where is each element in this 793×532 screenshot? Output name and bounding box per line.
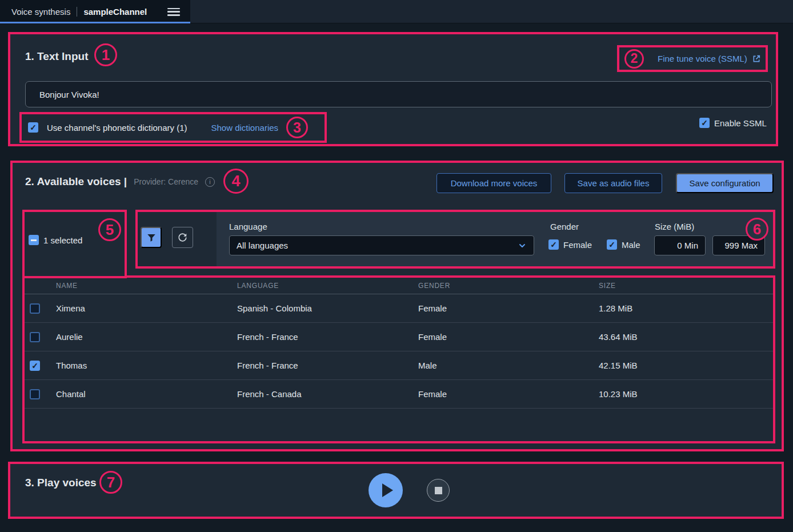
phonetic-dictionary-label: Use channel's phonetic dictionary (1) xyxy=(47,123,187,133)
filter-bar-annotation-box: Language All languages Gender Female Mal… xyxy=(135,210,775,269)
enable-ssml-label: Enable SSML xyxy=(714,118,767,128)
channel-tab[interactable]: Voice synthesis sampleChannel xyxy=(0,0,190,23)
funnel-icon xyxy=(146,233,157,243)
voice-gender-cell: Female xyxy=(418,332,599,342)
text-input[interactable] xyxy=(25,81,772,107)
female-checkbox[interactable] xyxy=(548,239,559,250)
voice-name-cell: Aurelie xyxy=(56,332,237,342)
female-filter-row: Female xyxy=(548,239,592,250)
header-name: NAME xyxy=(56,282,237,290)
table-row[interactable]: Aurelie French - France Female 43.64 MiB xyxy=(25,323,773,351)
section2-title-row: 2. Available voices | Provider: Cerence xyxy=(25,175,215,188)
language-label: Language xyxy=(229,222,267,231)
refresh-button[interactable] xyxy=(172,227,193,248)
refresh-icon xyxy=(177,232,188,243)
male-filter-row: Male xyxy=(607,239,640,250)
title-divider xyxy=(77,7,77,17)
save-as-audio-files-button[interactable]: Save as audio files xyxy=(564,173,662,193)
voices-table-body: Ximena Spanish - Colombia Female 1.28 Mi… xyxy=(25,294,773,409)
header-language: LANGUAGE xyxy=(237,282,418,290)
language-select[interactable]: All languages xyxy=(229,235,534,255)
table-row[interactable]: Ximena Spanish - Colombia Female 1.28 Mi… xyxy=(25,294,773,323)
stop-icon xyxy=(435,487,442,494)
play-button[interactable] xyxy=(369,473,403,507)
enable-ssml-checkbox[interactable] xyxy=(699,118,710,128)
size-min-input[interactable] xyxy=(654,235,706,255)
gender-label: Gender xyxy=(550,222,579,231)
table-row[interactable]: Thomas French - France Male 42.15 MiB xyxy=(25,351,773,380)
voice-size-cell: 1.28 MiB xyxy=(599,303,773,313)
voice-size-cell: 43.64 MiB xyxy=(599,332,773,342)
filter-button[interactable] xyxy=(141,227,162,248)
annotation-5: 5 xyxy=(98,218,121,241)
play-icon xyxy=(382,483,393,497)
annotation-3: 3 xyxy=(286,117,308,138)
fine-tune-ssml-link[interactable]: Fine tune voice (SSML) xyxy=(658,54,761,63)
annotation-7: 7 xyxy=(99,471,122,494)
channel-name: sampleChannel xyxy=(83,7,147,17)
annotation-6: 6 xyxy=(746,218,768,241)
voice-language-cell: French - France xyxy=(237,361,418,370)
enable-ssml-row: Enable SSML xyxy=(699,118,767,128)
row-checkbox[interactable] xyxy=(30,332,40,342)
size-label: Size (MiB) xyxy=(655,222,694,231)
table-row[interactable]: Chantal French - Canada Female 10.23 MiB xyxy=(25,380,773,409)
select-all-checkbox[interactable] xyxy=(29,235,39,245)
voice-language-cell: French - Canada xyxy=(237,389,418,399)
show-dictionaries-link[interactable]: Show dictionaries xyxy=(211,123,279,133)
male-checkbox[interactable] xyxy=(607,239,617,250)
text-input-section: 1. Text Input 1 2 Fine tune voice (SSML)… xyxy=(8,32,778,146)
voice-name-cell: Thomas xyxy=(56,361,237,370)
voice-language-cell: Spanish - Colombia xyxy=(237,303,418,313)
voice-name-cell: Chantal xyxy=(56,389,237,399)
voice-gender-cell: Male xyxy=(418,361,599,370)
voice-gender-cell: Female xyxy=(418,389,599,399)
annotation-2: 2 xyxy=(624,49,644,69)
voice-synthesis-screen: Voice synthesis sampleChannel 1. Text In… xyxy=(0,0,793,532)
voices-table-box: NAME LANGUAGE GENDER SIZE Ximena Spanish… xyxy=(22,275,775,443)
chevron-down-icon xyxy=(518,241,527,250)
info-icon[interactable] xyxy=(205,177,215,187)
play-voices-section: 3. Play voices 7 xyxy=(8,462,784,519)
male-label: Male xyxy=(622,240,640,250)
top-bar: Voice synthesis sampleChannel xyxy=(0,0,793,23)
voice-name-cell: Ximena xyxy=(56,303,237,313)
voice-language-cell: French - France xyxy=(237,332,418,342)
voice-size-cell: 42.15 MiB xyxy=(599,361,773,370)
section3-title: 3. Play voices xyxy=(25,477,97,489)
active-tab-underline xyxy=(0,22,190,23)
voice-gender-cell: Female xyxy=(418,303,599,313)
section1-title: 1. Text Input xyxy=(25,50,88,63)
provider-label: Provider: Cerence xyxy=(134,177,198,186)
section2-title: 2. Available voices | xyxy=(25,175,127,188)
available-voices-section: 2. Available voices | Provider: Cerence … xyxy=(10,161,784,451)
annotation-4: 4 xyxy=(223,169,249,194)
header-size: SIZE xyxy=(599,282,773,290)
save-configuration-button[interactable]: Save configuration xyxy=(676,173,774,193)
stop-button[interactable] xyxy=(427,479,450,502)
female-label: Female xyxy=(563,240,592,250)
selection-annotation-box: 1 selected 5 xyxy=(22,210,127,278)
menu-icon[interactable] xyxy=(167,8,180,16)
selected-count: 1 selected xyxy=(43,235,82,245)
row-checkbox[interactable] xyxy=(30,303,40,314)
download-more-voices-button[interactable]: Download more voices xyxy=(436,173,551,193)
row-checkbox[interactable] xyxy=(30,361,40,371)
voice-size-cell: 10.23 MiB xyxy=(599,389,773,399)
header-gender: GENDER xyxy=(418,282,599,290)
row-checkbox[interactable] xyxy=(30,389,40,399)
fine-tune-annotation-box: 2 Fine tune voice (SSML) xyxy=(617,45,768,72)
voices-table-header: NAME LANGUAGE GENDER SIZE xyxy=(25,278,773,294)
app-title: Voice synthesis xyxy=(11,7,70,17)
phonetic-dictionary-checkbox[interactable] xyxy=(28,122,38,133)
phonetic-dictionary-annotation-box: Use channel's phonetic dictionary (1) Sh… xyxy=(19,112,327,143)
annotation-1: 1 xyxy=(94,43,117,66)
external-link-icon xyxy=(752,54,761,63)
